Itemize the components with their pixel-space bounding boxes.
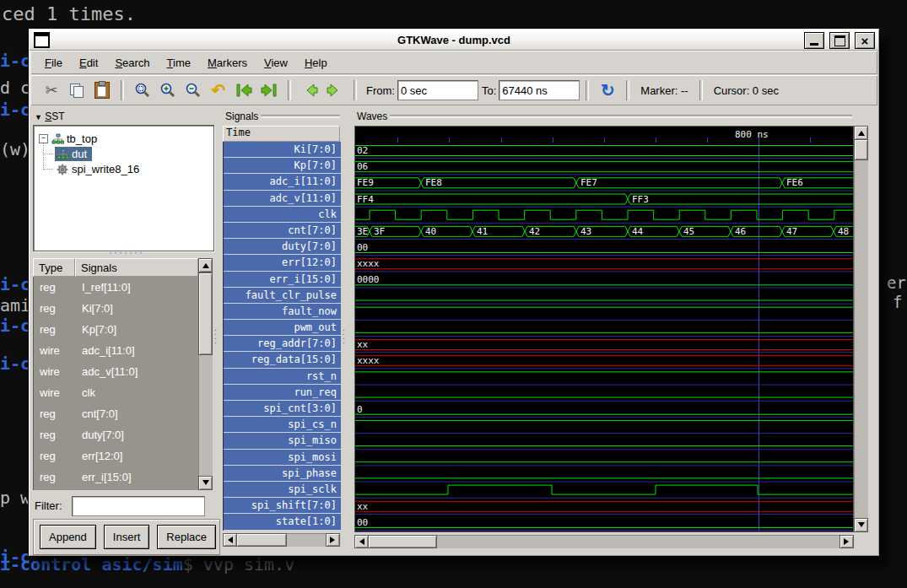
scroll-right-button[interactable] xyxy=(326,533,340,547)
to-start-button[interactable] xyxy=(233,79,255,101)
table-row[interactable]: wireadc_v[11:0] xyxy=(34,361,199,382)
scrollbar-thumb[interactable] xyxy=(368,535,437,548)
waves-hscrollbar[interactable] xyxy=(354,535,854,548)
sst-tree[interactable]: −tb_topdutspi_write8_16 xyxy=(33,125,214,251)
column-header-signals[interactable]: Signals xyxy=(75,258,198,277)
from-input[interactable]: 0 sec xyxy=(397,80,478,100)
signal-row-duty70[interactable]: duty[7:0] xyxy=(224,239,341,255)
table-row[interactable]: regKi[7:0] xyxy=(34,298,199,319)
scroll-left-button[interactable] xyxy=(354,535,369,548)
signal-row-run-req[interactable]: run_req xyxy=(224,385,341,401)
to-end-button[interactable] xyxy=(258,79,280,101)
signal-row-rst-n[interactable]: rst_n xyxy=(224,369,341,385)
signal-row-fault-clr-pulse[interactable]: fault_clr_pulse xyxy=(224,288,341,304)
scrollbar-thumb[interactable] xyxy=(198,272,213,355)
table-row[interactable]: regerr[12:0] xyxy=(34,445,199,467)
menu-item-time[interactable]: Time xyxy=(159,53,198,73)
tree-item-tb_top[interactable]: −tb_top xyxy=(39,132,97,146)
scroll-down-button[interactable] xyxy=(198,476,213,490)
tree-item-spi_write8_16[interactable]: spi_write8_16 xyxy=(57,162,139,176)
signal-row-spi-cnt30[interactable]: spi_cnt[3:0] xyxy=(224,401,341,417)
tree-expander-icon[interactable]: − xyxy=(39,134,48,143)
menu-item-help[interactable]: Help xyxy=(297,53,335,73)
signal-row-spi-mosi[interactable]: spi_mosi xyxy=(224,450,341,466)
column-header-type[interactable]: Type xyxy=(33,258,75,277)
table-row[interactable]: regI_ref[11:0] xyxy=(34,277,199,298)
toolbar-separator xyxy=(288,80,291,100)
scroll-up-button[interactable] xyxy=(854,126,868,140)
paste-button[interactable] xyxy=(91,79,113,101)
wave-canvas[interactable]: 800 ns0206FE9FE8FE7FE6FF4FF33E3F40414243… xyxy=(354,126,854,532)
signal-row-spi-shift70[interactable]: spi_shift[7:0] xyxy=(224,498,341,514)
table-row[interactable]: regKp[7:0] xyxy=(34,319,199,340)
menu-item-view[interactable]: View xyxy=(256,53,295,73)
cut-button[interactable]: ✂ xyxy=(40,79,62,101)
minimize-button[interactable] xyxy=(804,32,824,49)
signal-row-fault-now[interactable]: fault_now xyxy=(224,304,341,320)
svg-text:0: 0 xyxy=(357,404,363,415)
forward-button[interactable] xyxy=(324,79,346,101)
maximize-button[interactable] xyxy=(829,32,850,49)
signal-row-Ki70[interactable]: Ki[7:0] xyxy=(224,142,341,158)
append-button[interactable]: Append xyxy=(40,525,96,549)
signal-row-state10[interactable]: state[1:0] xyxy=(224,514,341,530)
scroll-up-button[interactable] xyxy=(198,258,213,272)
copy-button[interactable] xyxy=(66,79,88,101)
signal-row-spi-cs-n[interactable]: spi_cs_n xyxy=(224,417,341,433)
zoom-undo-button[interactable]: ↶ xyxy=(208,79,229,101)
table-row[interactable]: wireadc_i[11:0] xyxy=(34,340,199,361)
scroll-left-button[interactable] xyxy=(223,533,237,547)
zoom-in-button[interactable] xyxy=(157,79,179,101)
signal-row-clk[interactable]: clk xyxy=(224,207,341,223)
waves-vscrollbar[interactable] xyxy=(854,126,868,532)
arrow-left-icon xyxy=(356,538,364,545)
signal-row-reg-data150[interactable]: reg_data[15:0] xyxy=(224,352,341,368)
close-button[interactable]: × xyxy=(855,32,875,49)
time-column-header[interactable]: Time xyxy=(223,126,340,142)
signal-name-list[interactable]: Ki[7:0]Kp[7:0]adc_i[11:0]adc_v[11:0]clkc… xyxy=(223,142,341,531)
table-row[interactable]: regerr_i[15:0] xyxy=(34,467,199,488)
pane-splitter-signals-waves[interactable]: . . . . xyxy=(343,326,345,343)
action-button-frame: Append Insert Replace xyxy=(33,519,220,555)
signal-row-err-i150[interactable]: err_i[15:0] xyxy=(224,272,341,288)
signal-row-err120[interactable]: err[12:0] xyxy=(224,255,341,271)
signal-row-spi-phase[interactable]: spi_phase xyxy=(224,466,341,482)
signal-row-Kp70[interactable]: Kp[7:0] xyxy=(224,158,341,174)
title-bar[interactable]: GTKWave - dump.vcd × xyxy=(30,30,878,51)
reload-button[interactable]: ↻ xyxy=(597,79,618,101)
pane-splitter-horizontal[interactable]: ······· xyxy=(109,246,144,258)
scroll-down-button[interactable] xyxy=(854,518,868,532)
insert-button[interactable]: Insert xyxy=(104,525,150,549)
signal-table-scrollbar[interactable] xyxy=(198,258,213,490)
pane-splitter-sst-signals[interactable]: . . . . xyxy=(214,326,217,343)
tree-item-dut[interactable]: dut xyxy=(55,147,92,161)
zoom-out-button[interactable] xyxy=(182,79,204,101)
menu-item-edit[interactable]: Edit xyxy=(72,53,105,73)
to-input[interactable]: 67440 ns xyxy=(499,80,580,100)
signal-row-spi-miso[interactable]: spi_miso xyxy=(224,433,341,449)
hierarchy-icon xyxy=(51,133,64,144)
table-row[interactable]: regduty[7:0] xyxy=(34,424,199,445)
sst-pane-label[interactable]: ▼ SST xyxy=(35,111,65,122)
signal-table[interactable]: regI_ref[11:0]regKi[7:0]regKp[7:0]wiread… xyxy=(33,277,199,490)
menu-item-file[interactable]: File xyxy=(37,53,70,73)
table-row[interactable]: regcnt[7:0] xyxy=(34,403,199,424)
back-button[interactable] xyxy=(299,79,321,101)
signal-row-reg-addr70[interactable]: reg_addr[7:0] xyxy=(224,336,341,352)
signals-hscrollbar[interactable] xyxy=(223,533,340,547)
table-row[interactable]: wireclk xyxy=(34,382,199,403)
scrollbar-thumb[interactable] xyxy=(236,533,287,547)
signal-row-adc-v110[interactable]: adc_v[11:0] xyxy=(224,191,341,207)
signal-row-adc-i110[interactable]: adc_i[11:0] xyxy=(224,174,341,190)
scrollbar-thumb[interactable] xyxy=(854,139,868,160)
signal-row-pwm-out[interactable]: pwm_out xyxy=(224,320,341,336)
replace-button[interactable]: Replace xyxy=(157,525,216,549)
signal-row-spi-sclk[interactable]: spi_sclk xyxy=(224,482,341,498)
signal-row-cnt70[interactable]: cnt[7:0] xyxy=(224,223,341,239)
menu-item-search[interactable]: Search xyxy=(107,53,157,73)
scroll-right-button[interactable] xyxy=(840,535,854,548)
zoom-fit-button[interactable] xyxy=(132,79,154,101)
menu-item-markers[interactable]: Markers xyxy=(200,53,255,73)
filter-input[interactable] xyxy=(72,496,205,516)
terminal-text: f xyxy=(893,293,902,311)
